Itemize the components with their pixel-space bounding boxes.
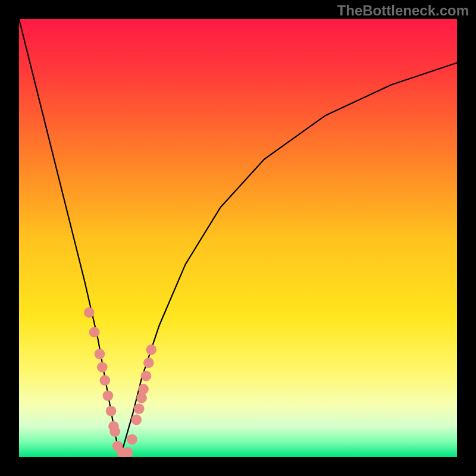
plot-area: [19, 19, 457, 457]
data-marker: [95, 349, 105, 359]
data-marker: [134, 403, 145, 414]
data-marker: [146, 345, 156, 355]
bottleneck-chart: [19, 19, 457, 457]
data-marker: [99, 375, 110, 386]
data-marker: [84, 307, 95, 318]
chart-frame: TheBottleneck.com: [0, 0, 476, 476]
data-marker: [103, 390, 114, 401]
data-marker: [131, 415, 142, 425]
data-marker: [89, 327, 100, 337]
data-marker: [109, 426, 120, 437]
data-marker: [127, 434, 137, 445]
data-marker: [106, 406, 117, 416]
data-marker: [143, 358, 154, 368]
watermark-text: TheBottleneck.com: [337, 2, 469, 19]
data-marker: [136, 393, 147, 403]
data-marker: [97, 362, 108, 372]
data-marker: [138, 384, 149, 394]
data-marker: [141, 371, 152, 381]
